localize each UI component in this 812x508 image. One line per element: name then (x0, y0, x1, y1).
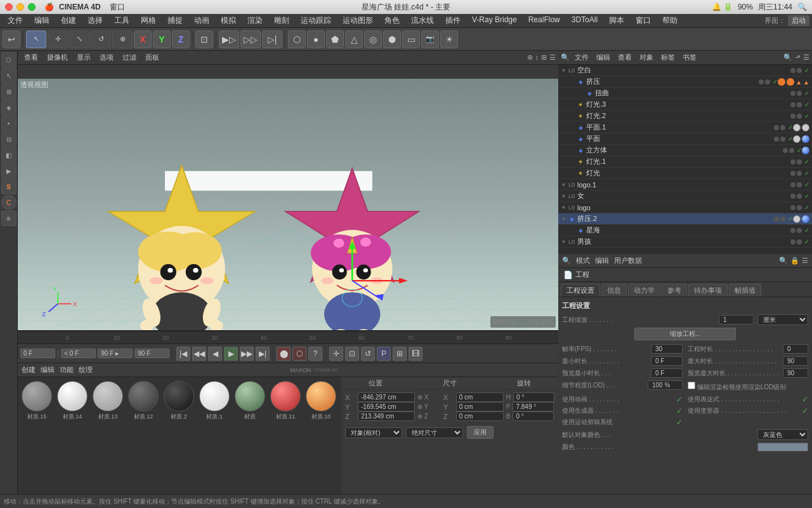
color-swatch[interactable] (757, 443, 808, 451)
min-input[interactable] (651, 356, 683, 366)
cylinder-btn[interactable]: ⬟ (326, 30, 344, 48)
vis-dot1-6[interactable] (774, 137, 779, 142)
om-view[interactable]: 查看 (615, 53, 634, 62)
btn-prev-key[interactable]: ◀◀ (192, 347, 206, 361)
vis-check-0[interactable]: ✓ (804, 67, 809, 74)
cone-btn[interactable]: △ (345, 30, 363, 48)
pos-x-btn[interactable]: ⊕ X (417, 394, 428, 401)
vis-dot1-10[interactable] (790, 182, 796, 187)
obj-tag-1-1[interactable] (787, 78, 794, 86)
mat-item-2[interactable]: 材质.13 (91, 380, 124, 422)
object-row-6[interactable]: ◈平面✓ (558, 133, 812, 145)
vp-icon1[interactable]: ⊕ (527, 53, 533, 62)
minimize-button[interactable] (16, 3, 24, 11)
om-edit[interactable]: 编辑 (594, 53, 613, 62)
btn-autokey[interactable]: ⬤ (277, 347, 291, 361)
object-row-13[interactable]: ▼◈挤压.2✓ (558, 213, 812, 225)
tab-interpolation[interactable]: 帧插值 (729, 284, 761, 297)
vis-dot1-1[interactable] (759, 79, 764, 84)
object-row-5[interactable]: ◈平面.1✓ (558, 122, 812, 133)
btn-play[interactable]: ▶ (224, 347, 238, 361)
vis-check-2[interactable]: ✓ (804, 90, 809, 97)
anim-field2[interactable] (61, 349, 96, 358)
mat-item-0[interactable]: 材质.15 (20, 380, 53, 422)
rec-btn[interactable]: ▶▷ (219, 30, 239, 48)
use-expr-check[interactable]: ✓ (802, 395, 808, 404)
vp-options[interactable]: 选项 (96, 53, 117, 62)
fps-input[interactable] (651, 344, 683, 354)
obj-arrow-13[interactable]: ▼ (561, 216, 567, 222)
scale-unit-select[interactable]: 厘米米毫米 (757, 314, 808, 325)
pos-z-input[interactable] (358, 411, 415, 421)
object-row-15[interactable]: ▼L0男孩✓ (558, 236, 812, 248)
vis-dot1-0[interactable] (790, 68, 796, 73)
btn-grid-anim[interactable]: ⊞ (393, 347, 407, 361)
anim-field1[interactable] (20, 349, 55, 358)
tab-reference[interactable]: 参考 (662, 284, 687, 297)
vp-panel[interactable]: 面板 (141, 53, 163, 62)
palette-point[interactable]: • (1, 116, 16, 131)
obj-arrow-12[interactable]: ▼ (561, 204, 567, 211)
btn-next[interactable]: ▶▶ (240, 347, 254, 361)
vis-check-12[interactable]: ✓ (804, 204, 809, 211)
vis-dot1-3[interactable] (790, 102, 796, 107)
mat-item-7[interactable]: 材质.11 (269, 380, 302, 422)
menu-item-V-Ray Bridge[interactable]: V-Ray Bridge (467, 14, 522, 27)
menu-item-脚本[interactable]: 脚本 (604, 14, 629, 27)
lod-checkbox[interactable] (688, 382, 695, 389)
obj-tag-6-1[interactable] (802, 135, 809, 143)
vis-dot1-8[interactable] (790, 159, 796, 164)
om-tag[interactable]: 标签 (658, 53, 678, 62)
menu-item-窗口[interactable]: 窗口 (631, 14, 656, 27)
vis-dot2-3[interactable] (797, 102, 802, 107)
vis-dot2-2[interactable] (797, 91, 802, 96)
pos-z-btn[interactable]: ⊕ Z (417, 413, 428, 420)
use-anim-check[interactable]: ✓ (676, 395, 683, 404)
disc-btn[interactable]: ⬢ (383, 30, 401, 48)
props-icon1[interactable]: 🔍 (779, 257, 788, 265)
btn-lock[interactable]: P (377, 347, 391, 361)
obj-arrow-0[interactable]: ▼ (561, 67, 567, 74)
mat-create[interactable]: 创建 (22, 365, 36, 375)
size-p-input[interactable] (513, 402, 554, 411)
obj-arrow-15[interactable]: ▼ (561, 239, 567, 245)
vis-dot1-14[interactable] (790, 228, 796, 233)
torus-btn[interactable]: ◎ (364, 30, 382, 48)
mat-item-6[interactable]: 材质 (233, 380, 266, 422)
object-row-14[interactable]: ◈星海✓ (558, 225, 812, 236)
vis-dot1-13[interactable] (774, 217, 779, 222)
tab-todo[interactable]: 待办事项 (688, 284, 728, 297)
om-icon3[interactable]: ☰ (803, 53, 809, 62)
pos-y-btn[interactable]: ⊕ Y (417, 403, 428, 410)
default-color-select[interactable]: 灰蓝色自定义 (757, 429, 808, 440)
palette-texture[interactable]: ◧ (1, 147, 16, 163)
vis-dot2-15[interactable] (797, 239, 802, 244)
menu-item-流水线[interactable]: 流水线 (406, 14, 439, 27)
vp-display[interactable]: 显示 (73, 53, 95, 62)
props-userdata[interactable]: 用户数据 (614, 256, 642, 265)
om-bookmark[interactable]: 书签 (680, 53, 699, 62)
poly-btn[interactable]: ⊡ (195, 30, 213, 48)
obj-arrow-11[interactable]: ▼ (561, 193, 567, 199)
tab-info[interactable]: 信息 (601, 284, 627, 297)
mode-z[interactable]: Z (172, 30, 190, 48)
lod-input[interactable] (648, 380, 683, 390)
object-row-2[interactable]: ◈扭曲✓ (558, 88, 812, 99)
om-icon2[interactable]: ⬏ (795, 53, 801, 62)
vis-dot2-12[interactable] (797, 205, 802, 210)
vis-check-11[interactable]: ✓ (804, 192, 809, 199)
palette-grid[interactable]: ⊞ (1, 211, 16, 226)
max-input[interactable] (783, 356, 808, 366)
search-icon[interactable]: 🔍 (797, 3, 807, 11)
menu-item-运动跟踪[interactable]: 运动跟踪 (296, 14, 336, 27)
vis-dot2-0[interactable] (797, 68, 802, 73)
vp-filter[interactable]: 过滤 (119, 53, 140, 62)
palette-edge[interactable]: ◈ (1, 100, 16, 115)
vis-check-14[interactable]: ✓ (804, 227, 809, 234)
mode-x[interactable]: X (134, 30, 152, 48)
coord-apply-btn[interactable]: 应用 (467, 426, 494, 439)
vp-icon2[interactable]: ↕ (535, 53, 539, 62)
tab-dynamics[interactable]: 动力学 (628, 284, 660, 297)
vis-check-4[interactable]: ✓ (804, 112, 809, 119)
obj-tag-1-0[interactable] (778, 78, 785, 86)
